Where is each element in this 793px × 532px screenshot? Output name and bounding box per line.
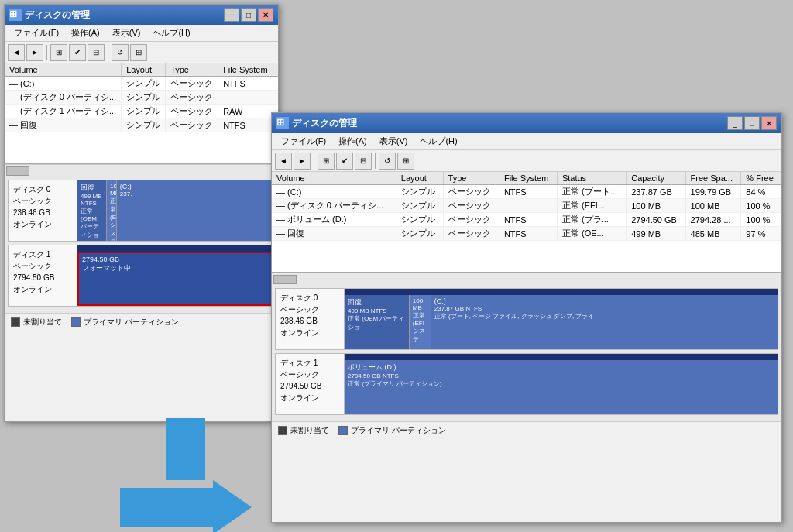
cell: 100 % [741, 213, 781, 227]
btn7[interactable]: ⊞ [130, 44, 147, 61]
partition-d-1-w2[interactable]: ボリューム (D:) 2794.50 GB NTFS正常 (プライマリ パーティ… [345, 360, 778, 414]
table-header-2: Volume Layout Type File System Status Ca… [272, 172, 781, 185]
partition-detail: 499 MB NTFS正常 (OEM パーティショ [348, 307, 406, 331]
cell: — (ディスク 1 パーティシ... [5, 105, 122, 118]
partition-raw-1[interactable]: 2794.50 GB フォーマット中 [77, 252, 274, 306]
cell: — (C:) [272, 185, 396, 199]
legend-primary-1: プライマリ パーティション [71, 317, 179, 328]
btn8[interactable]: ⊞ [318, 153, 335, 170]
menu-file-2[interactable]: ファイル(F) [275, 134, 332, 149]
partition-efi-0[interactable]: 100 MB正常 (EFI システ [107, 180, 117, 242]
window-2[interactable]: ⊞ ディスクの管理 _ □ ✕ ファイル(F) 操作(A) 表示(V) ヘルプ(… [271, 112, 782, 523]
menu-help-2[interactable]: ヘルプ(H) [414, 134, 463, 149]
volume-table-1: Volume Layout Type File System Status Ca… [5, 63, 278, 132]
table-row[interactable]: — 回復 シンプル ベーシック NTFS [5, 118, 278, 132]
cell: シンプル [396, 213, 443, 227]
partition-name: 回復 [348, 297, 406, 307]
table-row[interactable]: — (C:) シンプル ベーシック NTFS 正常 (ブート... 237.87… [272, 185, 781, 199]
table-row[interactable]: — (ディスク 1 パーティシ... シンプル ベーシック RAW フォーマット… [5, 105, 278, 118]
btn3[interactable]: ⊞ [50, 44, 67, 61]
window-1[interactable]: ⊞ ディスクの管理 _ □ ✕ ファイル(F) 操作(A) 表示(V) ヘルプ(… [4, 4, 279, 422]
cell: シンプル [396, 227, 443, 241]
menu-help-1[interactable]: ヘルプ(H) [146, 26, 196, 40]
partition-c-0[interactable]: (C:) 237. [117, 180, 274, 242]
legend-primary-label-1: プライマリ パーティション [84, 317, 179, 328]
scroll-thumb-2[interactable] [273, 275, 297, 284]
btn10[interactable]: ⊟ [355, 153, 372, 170]
cell: — (ディスク 0 パーティシ... [272, 199, 396, 213]
minimize-btn-2[interactable]: _ [727, 116, 743, 130]
scroll-thumb-1[interactable] [6, 166, 29, 176]
cell: NTFS [218, 118, 273, 132]
legend-2: 未割り当て プライマリ パーティション [272, 421, 781, 439]
menu-action-2[interactable]: 操作(A) [332, 134, 373, 149]
partition-recovery-0-w2[interactable]: 回復 499 MB NTFS正常 (OEM パーティショ [345, 295, 410, 349]
cell: 2794.50 GB [627, 213, 685, 227]
cell: シンプル [122, 91, 166, 105]
cell: 100 % [741, 199, 781, 213]
maximize-btn-2[interactable]: □ [744, 116, 760, 130]
cell: 2794.28 ... [685, 213, 741, 227]
partition-name: (C:) [120, 183, 271, 190]
partition-c-0-w2[interactable]: (C:) 237.87 GB NTFS正常 (ブート, ページ ファイル, クラ… [431, 295, 778, 349]
maximize-btn-1[interactable]: □ [241, 8, 256, 22]
window-title-1: ディスクの管理 [25, 9, 90, 22]
toolbar-1: ◄ ► ⊞ ✔ ⊟ ↺ ⊞ [5, 42, 278, 63]
btn6[interactable]: ↺ [112, 44, 129, 61]
table-row[interactable]: — 回復 シンプル ベーシック NTFS 正常 (OE... 499 MB 48… [272, 227, 781, 241]
volume-table-2: Volume Layout Type File System Status Ca… [272, 172, 781, 241]
table-area-1: Volume Layout Type File System Status Ca… [5, 63, 278, 164]
cell [499, 199, 557, 213]
table-row[interactable]: — (ディスク 0 パーティシ... シンプル ベーシック 正常 (EFI ..… [5, 91, 278, 105]
col-status-1: Status [273, 63, 278, 77]
legend-unalloc-box-2 [278, 426, 287, 435]
back-btn-2[interactable]: ◄ [275, 153, 292, 170]
partition-efi-0-w2[interactable]: 100 MB正常 (EFI システ [410, 295, 431, 349]
table-row[interactable]: — ボリューム (D:) シンプル ベーシック NTFS 正常 (プラ... 2… [272, 213, 781, 227]
table-row[interactable]: — (ディスク 0 パーティシ... シンプル ベーシック 正常 (EFI ..… [272, 199, 781, 213]
cell: — 回復 [5, 118, 122, 132]
cell: 97 % [741, 227, 781, 241]
cell: — (ディスク 0 パーティシ... [5, 91, 122, 105]
h-scrollbar-1[interactable] [5, 164, 278, 177]
disk-label-0-w2: ディスク 0 ベーシック 238.46 GB オンライン [275, 288, 345, 350]
disk-row-0: ディスク 0 ベーシック 238.46 GB オンライン 回復 499 MB N… [8, 180, 275, 242]
partition-body-1-w2: ボリューム (D:) 2794.50 GB NTFS正常 (プライマリ パーティ… [345, 360, 778, 414]
cell: ベーシック [166, 91, 218, 105]
minimize-btn-1[interactable]: _ [224, 8, 239, 22]
menu-file-1[interactable]: ファイル(F) [8, 26, 65, 40]
arrow-container [120, 418, 252, 532]
btn12[interactable]: ⊞ [397, 153, 414, 170]
legend-primary-box-1 [71, 317, 81, 327]
close-btn-1[interactable]: ✕ [258, 8, 273, 22]
close-btn-2[interactable]: ✕ [761, 116, 777, 130]
partition-recovery-0[interactable]: 回復 499 MB NTFS正常 (OEM パーティショ [77, 180, 107, 242]
cell: シンプル [122, 118, 166, 132]
col-fs-1: File System [218, 63, 273, 77]
partition-detail: 100 MB正常 (EFI システ [110, 183, 113, 242]
col-type-2: Type [443, 172, 499, 185]
btn5[interactable]: ⊟ [88, 44, 105, 61]
menu-action-1[interactable]: 操作(A) [65, 26, 106, 40]
disk-header-strip-1-w2 [345, 354, 778, 360]
table-body-2: — (C:) シンプル ベーシック NTFS 正常 (ブート... 237.87… [272, 185, 781, 241]
col-pctfree-2: % Free [741, 172, 781, 185]
cell: 84 % [741, 185, 781, 199]
btn4[interactable]: ✔ [69, 44, 86, 61]
table-row[interactable]: — (C:) シンプル ベーシック NTFS 正常 (ブート... 237.87… [5, 77, 278, 91]
menu-view-2[interactable]: 表示(V) [373, 134, 414, 149]
btn9[interactable]: ✔ [336, 153, 353, 170]
btn11[interactable]: ↺ [379, 153, 396, 170]
disk-label-0: ディスク 0 ベーシック 238.46 GB オンライン [8, 180, 77, 242]
fwd-btn-1[interactable]: ► [26, 44, 43, 61]
legend-primary-label-2: プライマリ パーティション [351, 425, 446, 436]
title-bar-2: ⊞ ディスクの管理 _ □ ✕ [272, 113, 781, 133]
cell: 正常 (OE... [557, 227, 626, 241]
back-btn-1[interactable]: ◄ [8, 44, 25, 61]
h-scrollbar-2[interactable] [272, 273, 781, 285]
fwd-btn-2[interactable]: ► [294, 153, 311, 170]
menu-view-1[interactable]: 表示(V) [106, 26, 147, 40]
arrow-horizontal-group [120, 480, 252, 532]
partition-detail: 237.87 GB NTFS正常 (ブート, ページ ファイル, クラッシュ ダ… [434, 305, 774, 321]
partition-detail: 237. [120, 190, 271, 197]
